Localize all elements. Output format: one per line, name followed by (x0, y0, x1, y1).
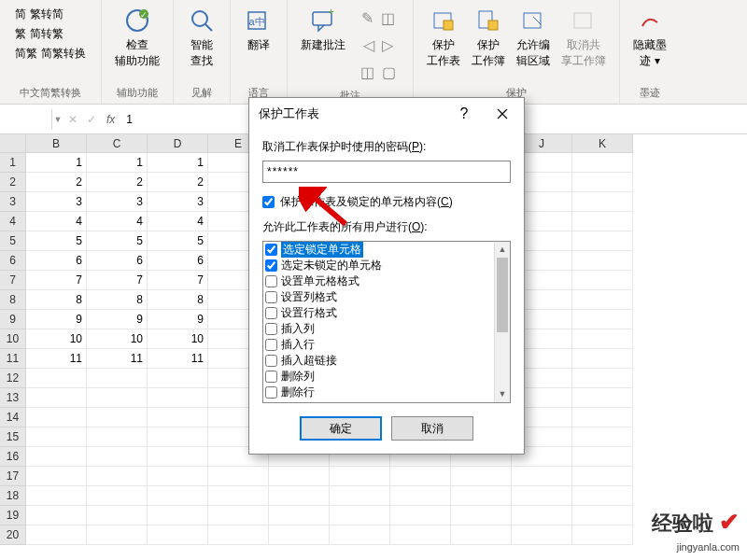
cell[interactable] (451, 525, 512, 545)
row-headers[interactable]: 1234567891011121314151617181920 (0, 153, 26, 545)
cell[interactable] (148, 506, 208, 525)
scroll-down-icon[interactable]: ▼ (495, 386, 510, 402)
cancel-formula-icon[interactable]: ✕ (63, 109, 82, 130)
cell[interactable] (26, 408, 87, 427)
name-box[interactable] (0, 109, 52, 130)
cell[interactable] (572, 506, 633, 525)
cell[interactable] (512, 486, 572, 506)
cell[interactable] (87, 467, 148, 486)
cell[interactable] (208, 467, 269, 486)
cell[interactable]: 10 (26, 329, 87, 349)
col-header[interactable]: D (148, 134, 208, 152)
cell[interactable] (390, 506, 451, 525)
cell[interactable] (451, 506, 512, 525)
scroll-thumb[interactable] (497, 258, 508, 332)
cell[interactable]: 1 (87, 153, 148, 173)
cell[interactable] (572, 349, 633, 369)
cell[interactable] (87, 388, 148, 408)
cell[interactable] (330, 467, 390, 486)
cell[interactable]: 2 (87, 173, 148, 192)
row-header[interactable]: 1 (0, 153, 25, 173)
cell[interactable] (330, 525, 390, 545)
enter-formula-icon[interactable]: ✓ (82, 109, 101, 130)
cmd-hide-ink[interactable]: 隐藏墨迹 ▾ (627, 4, 672, 71)
cell[interactable] (26, 525, 87, 545)
cell[interactable] (572, 310, 633, 329)
cell[interactable] (269, 525, 330, 545)
cell[interactable]: 6 (87, 251, 148, 271)
cmd-simp-to-trad[interactable]: 繁简转繁 (13, 25, 65, 43)
dialog-titlebar[interactable]: 保护工作表 ? (249, 98, 524, 130)
cell[interactable]: 11 (148, 349, 208, 369)
permission-item[interactable]: 选定未锁定的单元格 (263, 258, 494, 273)
row-header[interactable]: 4 (0, 212, 25, 231)
cell[interactable]: 4 (87, 212, 148, 231)
cell[interactable] (148, 388, 208, 408)
cell[interactable] (148, 467, 208, 486)
row-header[interactable]: 2 (0, 173, 25, 192)
cell[interactable] (390, 486, 451, 506)
cell[interactable] (330, 486, 390, 506)
password-input[interactable] (262, 161, 511, 183)
cell[interactable] (148, 369, 208, 388)
cell[interactable] (26, 447, 87, 467)
cell[interactable] (26, 506, 87, 525)
cell[interactable] (512, 525, 572, 545)
cell[interactable] (390, 467, 451, 486)
row-header[interactable]: 7 (0, 271, 25, 290)
list-scrollbar[interactable]: ▲ ▼ (494, 242, 510, 402)
cell[interactable] (572, 212, 633, 231)
cell[interactable] (572, 329, 633, 349)
permission-item[interactable]: 插入行 (263, 337, 494, 353)
cell[interactable] (390, 525, 451, 545)
cell[interactable]: 8 (148, 290, 208, 310)
cell[interactable] (208, 525, 269, 545)
permission-item[interactable]: 选定锁定单元格 (263, 242, 494, 258)
cell[interactable] (87, 369, 148, 388)
cell[interactable]: 3 (148, 192, 208, 212)
cell[interactable] (26, 486, 87, 506)
cell[interactable] (512, 467, 572, 486)
scroll-up-icon[interactable]: ▲ (495, 242, 510, 258)
row-header[interactable]: 10 (0, 329, 25, 349)
cell[interactable]: 7 (26, 271, 87, 290)
cell[interactable]: 8 (87, 290, 148, 310)
permission-checkbox[interactable] (265, 339, 277, 351)
cell[interactable]: 6 (148, 251, 208, 271)
cell[interactable]: 4 (26, 212, 87, 231)
row-header[interactable]: 3 (0, 192, 25, 212)
permission-checkbox[interactable] (265, 291, 277, 303)
cell[interactable] (208, 486, 269, 506)
dialog-help-button[interactable]: ? (447, 105, 481, 122)
cell[interactable] (26, 369, 87, 388)
row-header[interactable]: 6 (0, 251, 25, 271)
cell[interactable] (451, 467, 512, 486)
cell[interactable] (572, 447, 633, 467)
cell[interactable] (572, 231, 633, 251)
permission-item[interactable]: 设置列格式 (263, 289, 494, 305)
cell[interactable] (269, 486, 330, 506)
row-header[interactable]: 20 (0, 525, 25, 545)
dialog-close-button[interactable] (481, 98, 524, 130)
cell[interactable] (572, 408, 633, 427)
fx-icon[interactable]: fx (101, 113, 120, 126)
row-header[interactable]: 16 (0, 447, 25, 467)
cell[interactable]: 3 (87, 192, 148, 212)
cell[interactable] (572, 467, 633, 486)
cell[interactable] (208, 506, 269, 525)
permission-checkbox[interactable] (265, 259, 277, 272)
cell[interactable] (572, 153, 633, 173)
cell[interactable]: 6 (26, 251, 87, 271)
cell[interactable] (148, 408, 208, 427)
permission-checkbox[interactable] (265, 323, 277, 335)
cell[interactable]: 3 (26, 192, 87, 212)
cell[interactable]: 5 (148, 231, 208, 251)
cancel-button[interactable]: 取消 (391, 416, 473, 441)
row-header[interactable]: 11 (0, 349, 25, 369)
cell[interactable]: 10 (87, 329, 148, 349)
cell[interactable]: 5 (87, 231, 148, 251)
cell[interactable] (512, 506, 572, 525)
permission-checkbox[interactable] (265, 275, 277, 287)
row-header[interactable]: 19 (0, 506, 25, 525)
permission-checkbox[interactable] (265, 355, 277, 367)
